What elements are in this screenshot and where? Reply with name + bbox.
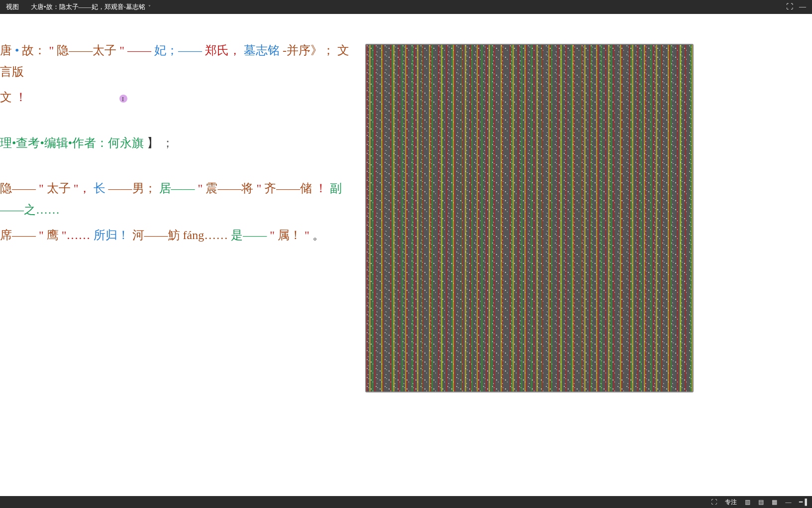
read-mode-icon[interactable]: ▥ xyxy=(745,499,750,506)
minimize-icon[interactable]: — xyxy=(799,3,806,11)
text-seg: ； xyxy=(162,136,174,149)
text-seg: " xyxy=(39,229,44,242)
title-bar: 视图 大唐•故：隐太子——妃，郑观音-墓志铭 ˅ ⛶ — xyxy=(0,0,812,14)
focus-mode-label[interactable]: 专注 xyxy=(725,498,737,507)
status-bar: ⛶ 专注 ▥ ▤ ▦ — ━▐ xyxy=(0,496,812,508)
document-title-wrap[interactable]: 大唐•故：隐太子——妃，郑观音-墓志铭 ˅ xyxy=(31,2,780,11)
zoom-slider[interactable]: ━▐ xyxy=(799,499,807,506)
text-seg: 墓志铭 xyxy=(244,44,280,57)
author-line: 理•查考•编辑•作者：何永旗 】 ； xyxy=(0,132,352,154)
text-seg: 河——魴 fáng…… xyxy=(132,229,228,242)
text-seg: " —— xyxy=(119,44,151,57)
web-layout-icon[interactable]: ▦ xyxy=(772,499,777,506)
image-pane xyxy=(358,14,812,496)
text-seg: 故： xyxy=(22,44,46,57)
text-seg: " xyxy=(304,229,309,242)
text-seg: 震——将 xyxy=(205,182,253,195)
text-seg: 是—— xyxy=(231,229,267,242)
body-line-2: 席—— " 鹰 "…… 所归！ 河——魴 fáng…… 是—— " 属！ " 。 xyxy=(0,225,352,246)
text-seg: 。 xyxy=(312,229,324,242)
text-seg: 郑氏， xyxy=(205,44,241,57)
rubbing-texture xyxy=(366,45,693,391)
text-seg: " xyxy=(198,182,203,195)
heading-line-1: 唐 • 故： " 隐——太子 " —— 妃；—— 郑氏， 墓志铭 -并序》； 文… xyxy=(0,40,352,83)
document-title: 大唐•故：隐太子——妃，郑观音-墓志铭 xyxy=(31,2,145,11)
text-seg: 】 xyxy=(147,136,159,149)
text-seg: 鹰 xyxy=(47,229,59,242)
text-seg: 席—— xyxy=(0,229,36,242)
text-cursor-icon xyxy=(119,95,127,103)
text-seg: 唐 xyxy=(0,44,12,57)
text-seg: 妃；—— xyxy=(154,44,202,57)
text-seg: "…… xyxy=(62,229,91,242)
heading-line-2: 文 ！ xyxy=(0,87,352,108)
text-seg: -并序》； xyxy=(283,44,334,57)
text-seg: 文 xyxy=(0,91,12,104)
text-seg: 居—— xyxy=(159,182,195,195)
text-seg: 隐—— xyxy=(0,182,36,195)
text-seg: "， xyxy=(74,182,91,195)
fit-window-icon[interactable]: ⛶ xyxy=(786,3,793,11)
menu-view[interactable]: 视图 xyxy=(6,2,19,11)
text-seg: " xyxy=(256,182,261,195)
text-seg: • xyxy=(15,44,19,57)
text-seg: " xyxy=(49,44,54,57)
text-seg: 隐——太子 xyxy=(57,44,116,57)
body-line-1: 隐—— " 太子 "， 长 ——男； 居—— " 震——将 " 齐——储 ！ 副… xyxy=(0,178,352,221)
text-seg: 长 xyxy=(94,182,105,195)
content-area: 唐 • 故： " 隐——太子 " —— 妃；—— 郑氏， 墓志铭 -并序》； 文… xyxy=(0,14,812,496)
text-pane[interactable]: 唐 • 故： " 隐——太子 " —— 妃；—— 郑氏， 墓志铭 -并序》； 文… xyxy=(0,14,358,496)
text-seg: ！ xyxy=(315,182,327,195)
chevron-down-icon[interactable]: ˅ xyxy=(148,4,151,10)
text-seg: " xyxy=(39,182,44,195)
text-seg: ——男； xyxy=(108,182,156,195)
text-seg: 齐——储 xyxy=(264,182,312,195)
text-seg: 理•查考•编辑•作者：何永旗 xyxy=(0,136,144,149)
print-layout-icon[interactable]: ▤ xyxy=(758,499,764,506)
text-seg: 所归！ xyxy=(94,229,129,242)
text-seg: 太子 xyxy=(47,182,71,195)
zoom-out-icon[interactable]: — xyxy=(785,499,791,506)
text-seg: 属！ xyxy=(278,229,302,242)
focus-mode-icon[interactable]: ⛶ xyxy=(711,499,717,506)
stele-rubbing-image[interactable] xyxy=(365,44,694,392)
text-seg: ！ xyxy=(15,91,27,104)
text-seg: " xyxy=(270,229,275,242)
